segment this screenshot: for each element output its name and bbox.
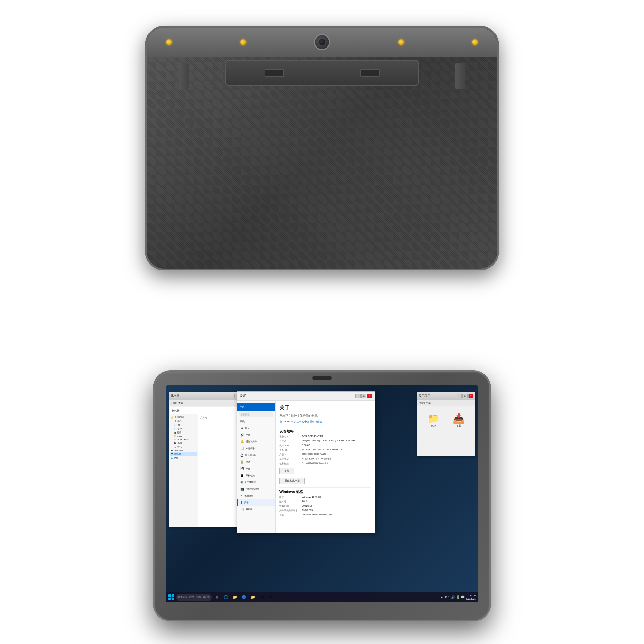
spec-value-experience: Windows Feature Experience Pack xyxy=(302,514,371,517)
about-title: 关于 xyxy=(279,404,371,411)
tree-quick-access[interactable]: ⭐快速访问 xyxy=(170,415,197,419)
settings-nav-display[interactable]: 🖥 显示 xyxy=(237,425,275,431)
spec-label-processor: 处理器 xyxy=(279,440,302,443)
spec-row-version: 版本号 20H2 xyxy=(279,500,371,503)
battery-tray-icon[interactable]: 🔋 xyxy=(456,595,460,599)
security-center-link[interactable]: 在 Windows 安全中心中查看详细信息 xyxy=(279,420,371,423)
spec-row-build: 操作系统内部版本 19042.985 xyxy=(279,509,371,512)
folder-downloads[interactable]: 📥 下载 xyxy=(453,413,465,428)
logo-quad-2 xyxy=(172,594,174,597)
taskbar-mail[interactable]: ✉ xyxy=(258,593,266,601)
app-4-icon: 📁 xyxy=(251,595,255,599)
action-center-icon[interactable]: 💬 xyxy=(461,595,465,599)
settings-nav-tablet[interactable]: 📱 平板电脑 xyxy=(237,472,275,479)
tree-onedrive[interactable]: ☁OneDrive xyxy=(170,449,197,452)
settings-home-label: 主页 xyxy=(240,405,245,409)
tree-network[interactable]: 🌐网络 xyxy=(170,456,197,460)
mail-icon: ✉ xyxy=(261,595,264,599)
settings-nav-about[interactable]: ℹ 关于 xyxy=(237,499,275,506)
settings-nav-clipboard[interactable]: 📋 剪贴板 xyxy=(237,506,275,513)
settings-nav-battery-label: 电池 xyxy=(246,460,250,464)
settings-gear-icon: ⚙ xyxy=(270,595,273,599)
settings-titlebar[interactable]: 设置 ─ □ ✕ xyxy=(237,392,375,401)
tree-music[interactable]: 🎵音乐 xyxy=(170,445,197,449)
menu-view[interactable]: 查看 xyxy=(178,402,183,405)
logo-quad-3 xyxy=(168,598,171,600)
folder-documents[interactable]: 📁 文档 xyxy=(427,413,439,428)
spec-row-install-date: 安装日期 2021/5/16 xyxy=(279,505,371,508)
copy-button[interactable]: 复制 xyxy=(279,468,294,474)
file-explorer-1-title: 此电脑 xyxy=(171,394,179,398)
downloads-icon: 📥 xyxy=(453,413,465,424)
settings-nav-project-label: 投影到此电脑 xyxy=(246,488,259,491)
windows-specs-title: Windows 规格 xyxy=(279,489,371,494)
tree-yfb[interactable]: 📁YFB Driver xyxy=(170,438,197,441)
led-indicator-4 xyxy=(472,39,478,45)
tree-this-pc[interactable]: 💻此电脑 xyxy=(170,452,197,456)
spec-value-ram: 8.00 GB xyxy=(302,444,371,447)
sidebar-tree: ⭐快速访问 🖥桌面 ↓下载 📄文档 xyxy=(169,414,198,527)
power-icon: ⏻ xyxy=(240,453,243,457)
spec-value-version: 20H2 xyxy=(302,500,371,503)
settings-nav-multitask[interactable]: ⊞ 多任务处理 xyxy=(237,479,275,486)
spec-value-system-type: 64 位操作系统, 基于 x64 的处理器 xyxy=(302,458,371,461)
tree-desktop[interactable]: 🖥桌面 xyxy=(170,419,197,423)
settings-nav-share[interactable]: ✕ 体验共享 xyxy=(237,492,275,499)
settings-nav-sound-label: 声音 xyxy=(246,433,250,437)
settings-nav-power[interactable]: ⏻ 电源和睡眠 xyxy=(237,452,275,459)
rename-button[interactable]: 重命名此电脑 xyxy=(279,478,305,484)
tree-video[interactable]: 🎬视频 xyxy=(170,441,197,445)
taskbar-file-explorer[interactable]: 📁 xyxy=(231,593,239,601)
file-explorer-2[interactable]: 应用程序 ─ □ ✕ 搜索"此电脑" 📁 xyxy=(417,392,475,456)
file-explorer-icon: 📁 xyxy=(233,595,237,599)
taskbar-app-3[interactable]: 🔵 xyxy=(240,593,248,601)
spec-label-experience: 体验 xyxy=(279,514,302,517)
taskbar-task-view[interactable]: ⊞ xyxy=(213,593,221,601)
settings-nav-multitask-label: 多任务处理 xyxy=(244,481,256,484)
side-handle-left xyxy=(179,63,189,89)
menu-computer[interactable]: 计算机 xyxy=(171,402,177,405)
taskbar-app-4[interactable]: 📁 xyxy=(249,593,257,601)
file-explorer-2-controls: ─ □ ✕ xyxy=(457,394,473,398)
settings-nav-battery[interactable]: 🔋 电池 xyxy=(237,459,275,465)
settings-close-btn[interactable]: ✕ xyxy=(367,394,372,398)
fe2-minimize-btn[interactable]: ─ xyxy=(457,394,462,398)
tablet-front-body: 此电脑 ─ □ ✕ 计算机 查看 此电脑 xyxy=(155,372,489,620)
edge-icon: 🌐 xyxy=(224,595,228,599)
product-scene: 此电脑 ─ □ ✕ 计算机 查看 此电脑 xyxy=(32,16,612,628)
tablet-icon: 📱 xyxy=(240,474,244,477)
settings-nav-tablet-label: 平板电脑 xyxy=(246,474,255,477)
tree-pictures[interactable]: 🖼图片 xyxy=(170,431,197,435)
fe2-maximize-btn[interactable]: □ xyxy=(462,394,468,398)
taskbar-edge[interactable]: 🌐 xyxy=(222,593,230,601)
taskbar-search-box[interactable]: 搜索应用、程序、文档、网页等 xyxy=(176,594,212,601)
settings-minimize-btn[interactable]: ─ xyxy=(355,394,361,398)
documents-icon: 📁 xyxy=(427,413,439,424)
settings-nav-focus[interactable]: 🌙 专注助手 xyxy=(237,445,275,452)
settings-nav-clipboard-label: 剪贴板 xyxy=(246,508,252,511)
taskbar-clock[interactable]: 13:16 2021/5/21 xyxy=(466,594,476,600)
start-button[interactable] xyxy=(167,593,175,601)
settings-nav-power-label: 电源和睡眠 xyxy=(245,454,256,457)
tree-downloads[interactable]: ↓下载 xyxy=(170,423,197,427)
settings-nav-storage-label: 存储 xyxy=(246,467,250,470)
settings-nav-sound[interactable]: 🔊 声音 xyxy=(237,431,275,438)
windows-logo xyxy=(168,594,174,600)
spec-label-pen-touch: 笔和触控 xyxy=(279,462,302,465)
volume-icon[interactable]: 🔊 xyxy=(451,595,455,599)
settings-nav-project[interactable]: 📺 投影到此电脑 xyxy=(237,486,275,492)
spec-row-pen-touch: 笔和触控 为 10 触摸点提供笔和触控支持 xyxy=(279,462,371,465)
taskbar-tray-text: tKi ⓘ xyxy=(445,596,450,599)
spec-value-processor: Intel(TM) Core(TM) i5-8200Y CPU @ 1.30GH… xyxy=(302,440,371,443)
settings-maximize-btn[interactable]: □ xyxy=(361,394,366,398)
task-view-icon: ⊞ xyxy=(216,595,218,599)
settings-nav-storage[interactable]: 💾 存储 xyxy=(237,465,275,472)
taskbar-settings[interactable]: ⚙ xyxy=(267,593,275,601)
file-explorer-2-titlebar[interactable]: 应用程序 ─ □ ✕ xyxy=(417,392,475,400)
tree-intel[interactable]: 📁Intel xyxy=(170,435,197,438)
tree-documents[interactable]: 📄文档 xyxy=(170,427,197,431)
settings-nav-notifications[interactable]: 🔔 通知和操作 xyxy=(237,438,275,445)
settings-body: 主页 搜索设置 系统 🖥 显示 xyxy=(237,401,375,533)
fe2-close-btn[interactable]: ✕ xyxy=(468,394,473,398)
settings-window[interactable]: 设置 ─ □ ✕ 主页 xyxy=(237,391,375,533)
